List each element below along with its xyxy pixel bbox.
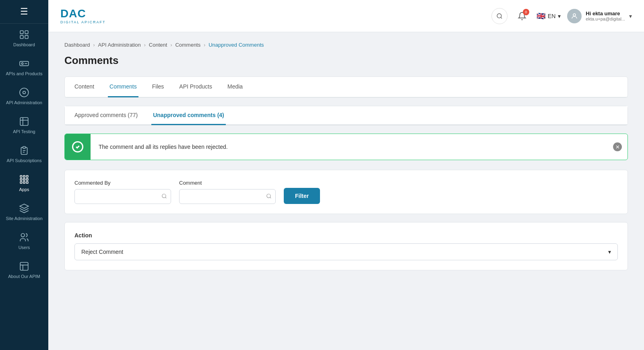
user-email: ekta.u+pa@digital... <box>586 16 625 21</box>
sidebar-item-about[interactable]: About Our APIM <box>0 255 48 284</box>
alert-success: The comment and all its replies have bee… <box>64 134 628 160</box>
breadcrumb-comments[interactable]: Comments <box>175 42 200 48</box>
svg-point-26 <box>573 14 576 16</box>
commented-by-input[interactable] <box>74 189 171 204</box>
svg-rect-14 <box>20 179 22 180</box>
search-button[interactable] <box>491 8 508 24</box>
sub-tab-approved[interactable]: Approved comments (77) <box>73 106 139 125</box>
commented-by-label: Commented By <box>74 180 171 186</box>
svg-rect-11 <box>20 175 22 177</box>
commented-by-search-icon <box>161 193 167 200</box>
logo-main: DAC <box>60 8 106 19</box>
search-icon <box>496 13 503 19</box>
svg-rect-1 <box>25 31 28 34</box>
action-dropdown-button[interactable]: Reject Comment ▾ <box>74 243 618 260</box>
sidebar-item-apis[interactable]: APIs and Products <box>0 53 48 82</box>
user-chevron-icon: ▾ <box>629 13 632 19</box>
action-dropdown: Reject Comment ▾ <box>74 243 618 260</box>
sidebar-label-apps: Apps <box>19 187 29 192</box>
user-greeting: Hi ekta umare <box>586 10 625 16</box>
apis-icon <box>19 58 29 69</box>
svg-point-24 <box>497 14 502 18</box>
sidebar-toggle[interactable]: ☰ <box>0 0 48 24</box>
svg-point-7 <box>23 91 26 94</box>
comment-search-icon <box>266 193 272 200</box>
alert-close-button[interactable]: ✕ <box>613 142 622 151</box>
header: DAC DIGITAL APICRAFT 0 🇬🇧 EN ▾ <box>48 0 644 32</box>
tab-comments[interactable]: Comments <box>108 77 138 97</box>
tab-content[interactable]: Content <box>73 77 96 97</box>
page-title: Comments <box>64 54 628 67</box>
notification-badge: 0 <box>523 9 529 15</box>
tab-media[interactable]: Media <box>226 77 244 97</box>
language-selector[interactable]: 🇬🇧 EN ▾ <box>537 12 561 21</box>
filter-row: Commented By Comment <box>74 180 618 204</box>
dashboard-icon <box>19 29 29 40</box>
logo-sub: DIGITAL APICRAFT <box>60 20 106 24</box>
svg-rect-3 <box>25 35 28 39</box>
action-section: Action Reject Comment ▾ <box>64 222 628 270</box>
svg-rect-19 <box>26 181 28 183</box>
sub-tab-unapproved[interactable]: Unapproved comments (4) <box>151 106 226 125</box>
svg-rect-0 <box>20 31 23 34</box>
about-icon <box>19 261 29 272</box>
svg-rect-21 <box>20 262 28 270</box>
sidebar-item-apps[interactable]: Apps <box>0 169 48 198</box>
svg-line-31 <box>270 197 271 198</box>
breadcrumb-api-admin[interactable]: API Administration <box>98 42 141 48</box>
svg-point-20 <box>21 233 25 237</box>
sub-tabs-container: Approved comments (77) Unapproved commen… <box>64 106 628 126</box>
notifications-button[interactable]: 0 <box>514 8 530 24</box>
tab-files[interactable]: Files <box>151 77 166 97</box>
user-menu[interactable]: Hi ekta umare ekta.u+pa@digital... ▾ <box>567 9 632 23</box>
sidebar-item-api-admin[interactable]: API Administration <box>0 82 48 111</box>
filter-section: Commented By Comment <box>64 170 628 214</box>
tab-api-products[interactable]: API Products <box>178 77 214 97</box>
sidebar-item-api-testing[interactable]: API Testing <box>0 111 48 140</box>
comment-input[interactable] <box>179 189 276 204</box>
svg-rect-16 <box>26 179 28 180</box>
avatar <box>567 9 582 23</box>
sidebar-item-users[interactable]: Users <box>0 226 48 255</box>
filter-button[interactable]: Filter <box>284 188 320 204</box>
header-actions: 0 🇬🇧 EN ▾ Hi ekta umare ekta.u+pa@digita… <box>491 8 632 24</box>
sidebar-item-dashboard[interactable]: Dashboard <box>0 24 48 53</box>
flag-icon: 🇬🇧 <box>537 12 545 21</box>
svg-rect-8 <box>23 146 26 148</box>
main-content: DAC DIGITAL APICRAFT 0 🇬🇧 EN ▾ <box>48 0 644 350</box>
commented-by-field: Commented By <box>74 180 171 204</box>
main-tabs-container: Content Comments Files API Products Medi… <box>64 76 628 98</box>
breadcrumb-sep-1: › <box>93 42 95 48</box>
svg-rect-12 <box>23 175 25 177</box>
sidebar-item-site-admin[interactable]: Site Administration <box>0 198 48 226</box>
sidebar: ☰ Dashboard APIs and Products API Admini… <box>0 0 48 350</box>
sidebar-label-dashboard: Dashboard <box>13 42 35 47</box>
api-admin-icon <box>19 87 29 98</box>
commented-by-input-wrap <box>74 189 171 204</box>
svg-line-29 <box>165 197 167 198</box>
sidebar-label-site-admin: Site Administration <box>6 216 42 221</box>
breadcrumb-dashboard[interactable]: Dashboard <box>64 42 90 48</box>
breadcrumb-sep-3: › <box>170 42 172 48</box>
hamburger-icon[interactable]: ☰ <box>20 6 28 17</box>
svg-point-28 <box>162 194 166 198</box>
action-chevron-icon: ▾ <box>608 249 611 255</box>
sidebar-label-api-admin: API Administration <box>6 100 42 105</box>
alert-message: The comment and all its replies have bee… <box>91 137 627 156</box>
svg-rect-2 <box>20 35 23 39</box>
breadcrumb-content[interactable]: Content <box>149 42 167 48</box>
breadcrumb-sep-4: › <box>204 42 205 48</box>
user-text: Hi ekta umare ekta.u+pa@digital... <box>586 10 625 21</box>
sidebar-label-users: Users <box>19 245 30 250</box>
comment-input-wrap <box>179 189 276 204</box>
svg-line-25 <box>501 17 502 19</box>
language-label: EN <box>548 13 555 19</box>
alert-icon-box <box>65 134 91 160</box>
breadcrumb: Dashboard › API Administration › Content… <box>64 42 628 48</box>
svg-rect-15 <box>23 179 25 180</box>
sidebar-item-api-sub[interactable]: API Subscriptions <box>0 140 48 169</box>
sidebar-label-apis: APIs and Products <box>6 71 42 76</box>
sub-tabs-row: Approved comments (77) Unapproved commen… <box>65 106 627 125</box>
svg-rect-4 <box>20 62 29 66</box>
sidebar-label-api-testing: API Testing <box>13 129 35 134</box>
